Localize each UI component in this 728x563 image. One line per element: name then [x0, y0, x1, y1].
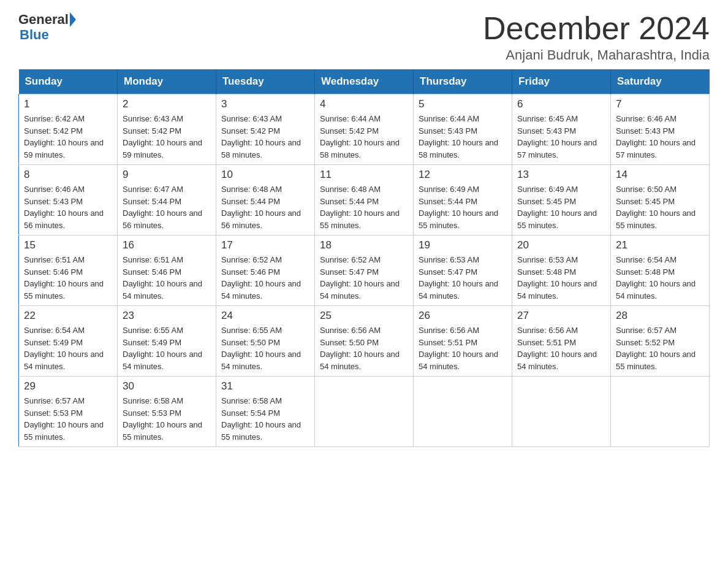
- week-row-1: 1Sunrise: 6:42 AMSunset: 5:42 PMDaylight…: [19, 94, 710, 165]
- calendar-cell: 18Sunrise: 6:52 AMSunset: 5:47 PMDayligh…: [315, 236, 414, 306]
- calendar-cell: 7Sunrise: 6:46 AMSunset: 5:43 PMDaylight…: [611, 94, 710, 165]
- calendar-cell: 21Sunrise: 6:54 AMSunset: 5:48 PMDayligh…: [611, 236, 710, 306]
- day-number: 21: [616, 239, 704, 251]
- day-info: Sunrise: 6:42 AMSunset: 5:42 PMDaylight:…: [24, 113, 112, 161]
- page-header: General Blue December 2024 Anjani Budruk…: [18, 12, 710, 63]
- day-info: Sunrise: 6:44 AMSunset: 5:42 PMDaylight:…: [320, 113, 408, 161]
- calendar-cell: 17Sunrise: 6:52 AMSunset: 5:46 PMDayligh…: [216, 236, 315, 306]
- day-number: 14: [616, 169, 704, 181]
- day-number: 19: [419, 239, 507, 251]
- day-info: Sunrise: 6:54 AMSunset: 5:49 PMDaylight:…: [24, 324, 112, 372]
- logo-general-text: General: [18, 13, 69, 26]
- day-number: 18: [320, 239, 408, 251]
- day-number: 4: [320, 98, 408, 110]
- day-info: Sunrise: 6:53 AMSunset: 5:47 PMDaylight:…: [419, 254, 507, 302]
- day-number: 27: [517, 310, 605, 322]
- calendar-cell: 11Sunrise: 6:48 AMSunset: 5:44 PMDayligh…: [315, 165, 414, 236]
- day-info: Sunrise: 6:45 AMSunset: 5:43 PMDaylight:…: [517, 113, 605, 161]
- day-number: 16: [123, 239, 211, 251]
- calendar-cell: 25Sunrise: 6:56 AMSunset: 5:50 PMDayligh…: [315, 306, 414, 377]
- day-info: Sunrise: 6:53 AMSunset: 5:48 PMDaylight:…: [517, 254, 605, 302]
- day-number: 22: [24, 310, 112, 322]
- calendar-cell: 6Sunrise: 6:45 AMSunset: 5:43 PMDaylight…: [512, 94, 611, 165]
- day-number: 10: [221, 169, 309, 181]
- calendar-cell: 27Sunrise: 6:56 AMSunset: 5:51 PMDayligh…: [512, 306, 611, 377]
- day-info: Sunrise: 6:51 AMSunset: 5:46 PMDaylight:…: [123, 254, 211, 302]
- column-header-tuesday: Tuesday: [216, 69, 315, 94]
- calendar-cell: 30Sunrise: 6:58 AMSunset: 5:53 PMDayligh…: [118, 377, 216, 447]
- calendar-header-row: SundayMondayTuesdayWednesdayThursdayFrid…: [19, 69, 710, 94]
- column-header-sunday: Sunday: [19, 69, 118, 94]
- day-number: 9: [123, 169, 211, 181]
- calendar-table: SundayMondayTuesdayWednesdayThursdayFrid…: [18, 69, 710, 447]
- day-info: Sunrise: 6:56 AMSunset: 5:51 PMDaylight:…: [419, 324, 507, 372]
- day-info: Sunrise: 6:47 AMSunset: 5:44 PMDaylight:…: [123, 183, 211, 231]
- calendar-cell: 1Sunrise: 6:42 AMSunset: 5:42 PMDaylight…: [19, 94, 118, 165]
- day-info: Sunrise: 6:56 AMSunset: 5:51 PMDaylight:…: [517, 324, 605, 372]
- day-info: Sunrise: 6:55 AMSunset: 5:49 PMDaylight:…: [123, 324, 211, 372]
- calendar-cell: 16Sunrise: 6:51 AMSunset: 5:46 PMDayligh…: [118, 236, 216, 306]
- day-number: 2: [123, 98, 211, 110]
- day-number: 20: [517, 239, 605, 251]
- day-number: 26: [419, 310, 507, 322]
- day-number: 28: [616, 310, 704, 322]
- column-header-friday: Friday: [512, 69, 611, 94]
- column-header-wednesday: Wednesday: [315, 69, 414, 94]
- calendar-cell: 4Sunrise: 6:44 AMSunset: 5:42 PMDaylight…: [315, 94, 414, 165]
- calendar-cell: 28Sunrise: 6:57 AMSunset: 5:52 PMDayligh…: [611, 306, 710, 377]
- day-number: 15: [24, 239, 112, 251]
- week-row-4: 22Sunrise: 6:54 AMSunset: 5:49 PMDayligh…: [19, 306, 710, 377]
- day-info: Sunrise: 6:48 AMSunset: 5:44 PMDaylight:…: [320, 183, 408, 231]
- day-number: 31: [221, 380, 309, 393]
- calendar-cell: 13Sunrise: 6:49 AMSunset: 5:45 PMDayligh…: [512, 165, 611, 236]
- calendar-cell: 22Sunrise: 6:54 AMSunset: 5:49 PMDayligh…: [19, 306, 118, 377]
- day-info: Sunrise: 6:46 AMSunset: 5:43 PMDaylight:…: [616, 113, 704, 161]
- day-number: 29: [24, 380, 112, 393]
- calendar-cell: 2Sunrise: 6:43 AMSunset: 5:42 PMDaylight…: [118, 94, 216, 165]
- day-number: 6: [517, 98, 605, 110]
- day-number: 3: [221, 98, 309, 110]
- day-number: 25: [320, 310, 408, 322]
- day-number: 23: [123, 310, 211, 322]
- column-header-monday: Monday: [118, 69, 216, 94]
- day-info: Sunrise: 6:58 AMSunset: 5:53 PMDaylight:…: [123, 395, 211, 443]
- calendar-cell: 26Sunrise: 6:56 AMSunset: 5:51 PMDayligh…: [414, 306, 512, 377]
- day-info: Sunrise: 6:55 AMSunset: 5:50 PMDaylight:…: [221, 324, 309, 372]
- day-number: 5: [419, 98, 507, 110]
- day-number: 24: [221, 310, 309, 322]
- column-header-saturday: Saturday: [611, 69, 710, 94]
- day-info: Sunrise: 6:43 AMSunset: 5:42 PMDaylight:…: [123, 113, 211, 161]
- day-info: Sunrise: 6:50 AMSunset: 5:45 PMDaylight:…: [616, 183, 704, 231]
- day-info: Sunrise: 6:43 AMSunset: 5:42 PMDaylight:…: [221, 113, 309, 161]
- day-info: Sunrise: 6:56 AMSunset: 5:50 PMDaylight:…: [320, 324, 408, 372]
- day-info: Sunrise: 6:52 AMSunset: 5:47 PMDaylight:…: [320, 254, 408, 302]
- day-info: Sunrise: 6:52 AMSunset: 5:46 PMDaylight:…: [221, 254, 309, 302]
- calendar-cell: 31Sunrise: 6:58 AMSunset: 5:54 PMDayligh…: [216, 377, 315, 447]
- column-header-thursday: Thursday: [414, 69, 512, 94]
- day-number: 17: [221, 239, 309, 251]
- day-info: Sunrise: 6:49 AMSunset: 5:45 PMDaylight:…: [517, 183, 605, 231]
- day-info: Sunrise: 6:46 AMSunset: 5:43 PMDaylight:…: [24, 183, 112, 231]
- day-info: Sunrise: 6:48 AMSunset: 5:44 PMDaylight:…: [221, 183, 309, 231]
- calendar-cell: 3Sunrise: 6:43 AMSunset: 5:42 PMDaylight…: [216, 94, 315, 165]
- calendar-cell: 14Sunrise: 6:50 AMSunset: 5:45 PMDayligh…: [611, 165, 710, 236]
- calendar-cell: 12Sunrise: 6:49 AMSunset: 5:44 PMDayligh…: [414, 165, 512, 236]
- day-info: Sunrise: 6:44 AMSunset: 5:43 PMDaylight:…: [419, 113, 507, 161]
- day-info: Sunrise: 6:51 AMSunset: 5:46 PMDaylight:…: [24, 254, 112, 302]
- calendar-cell: 5Sunrise: 6:44 AMSunset: 5:43 PMDaylight…: [414, 94, 512, 165]
- day-info: Sunrise: 6:49 AMSunset: 5:44 PMDaylight:…: [419, 183, 507, 231]
- title-section: December 2024 Anjani Budruk, Maharashtra…: [483, 12, 710, 63]
- calendar-cell: 15Sunrise: 6:51 AMSunset: 5:46 PMDayligh…: [19, 236, 118, 306]
- day-number: 7: [616, 98, 704, 110]
- week-row-2: 8Sunrise: 6:46 AMSunset: 5:43 PMDaylight…: [19, 165, 710, 236]
- calendar-cell: 19Sunrise: 6:53 AMSunset: 5:47 PMDayligh…: [414, 236, 512, 306]
- day-number: 11: [320, 169, 408, 181]
- calendar-cell: [611, 377, 710, 447]
- day-number: 30: [123, 380, 211, 393]
- calendar-cell: 8Sunrise: 6:46 AMSunset: 5:43 PMDaylight…: [19, 165, 118, 236]
- calendar-cell: [512, 377, 611, 447]
- location-title: Anjani Budruk, Maharashtra, India: [483, 47, 710, 63]
- day-info: Sunrise: 6:57 AMSunset: 5:52 PMDaylight:…: [616, 324, 704, 372]
- month-title: December 2024: [483, 12, 710, 44]
- week-row-5: 29Sunrise: 6:57 AMSunset: 5:53 PMDayligh…: [19, 377, 710, 447]
